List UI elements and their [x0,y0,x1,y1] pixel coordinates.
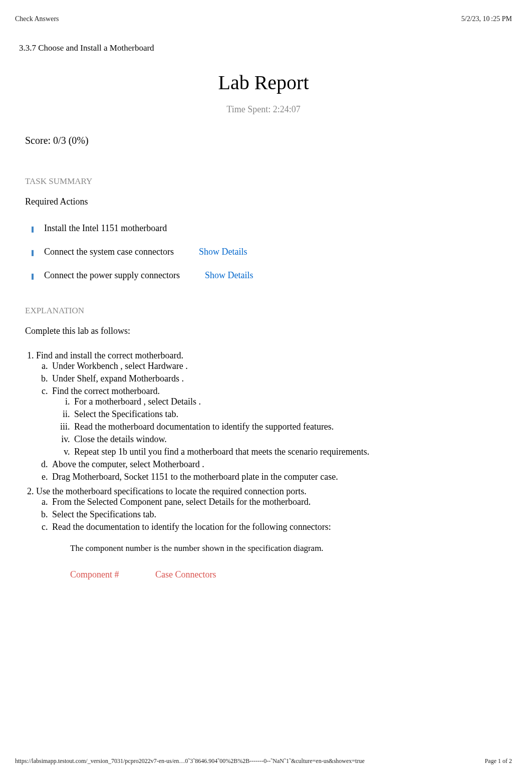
step-1c: Find the correct motherboard. For a moth… [50,386,512,457]
explanation-heading: EXPLANATION [25,306,512,316]
step-1d: Above the computer, select Motherboard . [50,459,512,470]
print-footer: https://labsimapp.testout.com/_version_7… [15,757,512,765]
step-1c-i: For a motherboard , select Details . [72,397,512,407]
step-1e: Drag Motherboard, Socket 1151 to the mot… [50,472,512,482]
step-1c-iii: Read the motherboard documentation to id… [72,422,512,432]
show-details-link[interactable]: Show Details [199,247,247,257]
step-1-title: Find and install the correct motherboard… [36,350,183,360]
step-1-substeps: Under Workbench , select Hardware . Unde… [50,361,512,482]
bullet-icon: ❚ [30,226,35,233]
bullet-icon: ❚ [30,273,35,280]
footer-url: https://labsimapp.testout.com/_version_7… [15,757,365,765]
action-item: ❚ Connect the system case connectors Sho… [30,247,512,257]
step-2-substeps: From the Selected Component pane, select… [50,497,512,532]
step-2: Use the motherboard specifications to lo… [36,486,512,532]
explanation-steps: Find and install the correct motherboard… [36,350,512,532]
required-actions-heading: Required Actions [25,197,512,207]
print-header: Check Answers 5/2/23, 10 :25 PM [15,15,512,23]
score: Score: 0/3 (0%) [25,135,512,146]
step-1: Find and install the correct motherboard… [36,350,512,482]
required-actions-list: ❚ Install the Intel 1151 motherboard ❚ C… [30,223,512,281]
col-connectors: Case Connectors [155,569,216,580]
action-text: Install the Intel 1151 motherboard [44,223,167,234]
col-component: Component # [70,569,155,580]
action-text: Connect the system case connectors [44,247,174,257]
show-details-link[interactable]: Show Details [205,270,253,281]
step-2a: From the Selected Component pane, select… [50,497,512,507]
header-left: Check Answers [15,15,59,23]
connector-table-header: Component # Case Connectors [70,569,512,580]
step-1c-v: Repeat step 1b until you find a motherbo… [72,447,512,457]
header-right: 5/2/23, 10 :25 PM [461,15,512,23]
step-2b: Select the Specifications tab. [50,509,512,520]
action-text: Connect the power supply connectors [44,270,180,281]
step-1c-substeps: For a motherboard , select Details . Sel… [72,397,512,457]
action-item: ❚ Install the Intel 1151 motherboard [30,223,512,234]
time-spent: Time Spent: 2:24:07 [15,104,512,115]
task-summary-heading: TASK SUMMARY [25,176,512,186]
lab-report-title: Lab Report [15,71,512,94]
step-2-title: Use the motherboard specifications to lo… [36,486,307,496]
step-1c-iv: Close the details window. [72,434,512,445]
component-note: The component number is the number shown… [70,543,512,553]
step-1c-ii: Select the Specifications tab. [72,409,512,420]
step-1a: Under Workbench , select Hardware . [50,361,512,371]
step-1b: Under Shelf, expand Motherboards . [50,373,512,384]
explanation-intro: Complete this lab as follows: [25,326,512,336]
step-2c: Read the documentation to identify the l… [50,522,512,532]
bullet-icon: ❚ [30,249,35,256]
section-title: 3.3.7 Choose and Install a Motherboard [19,43,512,53]
footer-page: Page 1 of 2 [485,757,512,765]
action-item: ❚ Connect the power supply connectors Sh… [30,270,512,281]
